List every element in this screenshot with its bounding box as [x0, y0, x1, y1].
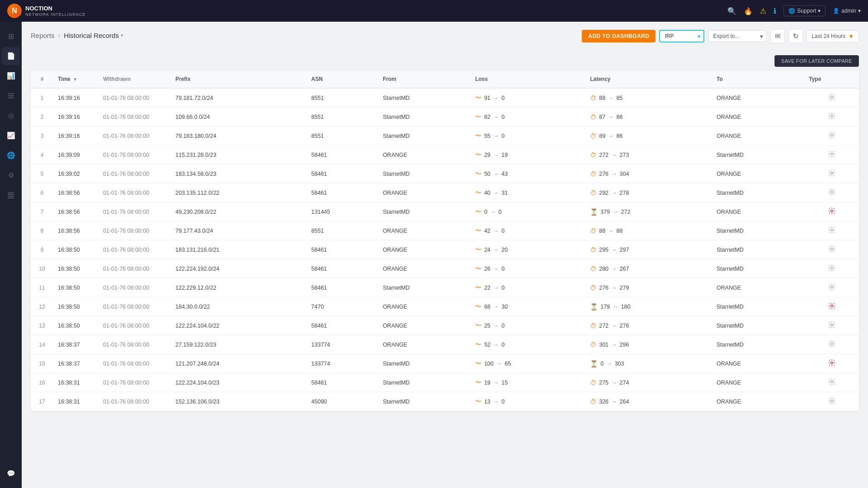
svg-point-22	[830, 381, 833, 383]
cell-loss: 〜 52 → 0	[471, 335, 585, 354]
latency-icon: ⏳	[590, 360, 598, 367]
loss-after: 0	[501, 285, 505, 291]
breadcrumb-reports[interactable]: Reports	[31, 32, 55, 39]
add-to-dashboard-button[interactable]: ADD TO DASHBOARD	[582, 30, 656, 42]
cell-from: ORANGE	[378, 335, 471, 354]
cell-to: ORANGE	[712, 354, 804, 373]
latency-after: 274	[620, 380, 629, 386]
cell-to: ORANGE	[712, 88, 804, 108]
irp-select[interactable]: IRP	[659, 30, 704, 42]
cell-type[interactable]	[804, 145, 859, 164]
cell-type[interactable]	[804, 88, 859, 108]
cell-type[interactable]	[804, 297, 859, 316]
cell-time: 16:38:56	[53, 202, 99, 221]
sidebar-item-analytics[interactable]: 📊	[2, 67, 20, 85]
cell-to: ORANGE	[712, 278, 804, 297]
sidebar-item-reports[interactable]: 📄	[2, 47, 20, 65]
col-header-time[interactable]: Time ▼	[53, 70, 99, 88]
latency-arrow: →	[608, 228, 614, 234]
cell-asn: 58461	[307, 183, 378, 202]
email-button[interactable]: ✉	[770, 29, 785, 43]
sidebar-item-globe[interactable]: 🌐	[2, 146, 20, 164]
latency-before: 295	[599, 247, 609, 253]
latency-after: 180	[621, 304, 631, 310]
export-select[interactable]: Export to...	[708, 30, 767, 42]
support-button[interactable]: 🌐 Support ▾	[783, 5, 826, 16]
cell-type[interactable]	[804, 259, 859, 278]
table-row: 9 16:38:50 01-01-76 08:00:00 183.131.216…	[31, 240, 859, 259]
cell-type[interactable]	[804, 278, 859, 297]
cell-type[interactable]	[804, 373, 859, 392]
cell-from: StarnetMD	[378, 127, 471, 145]
cell-prefix: 152.136.106.0/23	[171, 392, 307, 411]
latency-before: 87	[599, 114, 605, 120]
reports-icon: 📄	[7, 52, 15, 60]
cell-asn: 8551	[307, 108, 378, 127]
type-settings-icon	[828, 321, 836, 329]
type-settings-icon	[828, 397, 836, 405]
loss-after: 0	[501, 266, 505, 272]
cell-type[interactable]	[804, 183, 859, 202]
refresh-button[interactable]: ↻	[788, 29, 803, 43]
latency-icon: ⏳	[590, 303, 598, 310]
cell-withdrawn: 01-01-76 08:00:00	[99, 164, 171, 183]
time-filter[interactable]: Last 24 Hours ▼	[807, 30, 859, 42]
svg-point-10	[830, 153, 833, 155]
loss-before: 13	[484, 399, 491, 405]
fire-icon[interactable]: 🔥	[744, 7, 753, 15]
cell-withdrawn: 01-01-76 08:00:00	[99, 240, 171, 259]
warning-icon[interactable]: ⚠	[760, 7, 766, 15]
admin-menu[interactable]: 👤 admin ▾	[833, 8, 861, 14]
loss-after: 31	[501, 190, 508, 196]
cell-type[interactable]	[804, 240, 859, 259]
sidebar-item-performance[interactable]: 📈	[2, 127, 20, 145]
cell-asn: 133774	[307, 335, 378, 354]
latency-before: 88	[599, 228, 605, 234]
cell-asn: 133774	[307, 354, 378, 373]
svg-point-18	[830, 305, 833, 307]
cell-withdrawn: 01-01-76 08:00:00	[99, 183, 171, 202]
search-icon[interactable]: 🔍	[727, 7, 736, 15]
cell-type[interactable]	[804, 316, 859, 335]
latency-before: 272	[599, 152, 609, 158]
performance-icon: 📈	[7, 131, 15, 140]
cell-type[interactable]	[804, 108, 859, 127]
breadcrumb-chevron[interactable]: ▾	[121, 33, 123, 38]
cell-time: 16:39:16	[53, 127, 99, 145]
sidebar-item-ranking[interactable]	[2, 186, 20, 204]
cell-withdrawn: 01-01-76 08:00:00	[99, 354, 171, 373]
latency-after: 296	[620, 342, 629, 348]
cell-to: StarnetMD	[712, 259, 804, 278]
export-select-wrapper: Export to...	[708, 30, 767, 42]
cell-latency: ⏱ 88 → 88	[585, 221, 712, 240]
sidebar-item-dashboard[interactable]: ⊞	[2, 27, 20, 45]
cell-type[interactable]	[804, 202, 859, 221]
cell-prefix: 49.230.208.0/22	[171, 202, 307, 221]
cell-type[interactable]	[804, 335, 859, 354]
cell-latency: ⏱ 326 → 264	[585, 392, 712, 411]
svg-point-11	[830, 172, 833, 174]
info-icon[interactable]: ℹ	[774, 7, 776, 15]
cell-time: 16:38:37	[53, 335, 99, 354]
cell-type[interactable]	[804, 354, 859, 373]
sidebar-item-chat[interactable]: 💬	[2, 465, 20, 483]
save-compare-button[interactable]: SAVE FOR LATER COMPARE	[774, 55, 859, 67]
loss-before: 52	[484, 342, 491, 348]
ranking-icon	[7, 191, 15, 199]
cell-prefix: 122.224.104.0/23	[171, 373, 307, 392]
latency-icon: ⏱	[590, 398, 596, 405]
latency-after: 86	[617, 133, 623, 139]
sidebar-item-settings[interactable]: ⚙	[2, 166, 20, 184]
sidebar-item-routes[interactable]	[2, 87, 20, 105]
cell-type[interactable]	[804, 392, 859, 411]
type-settings-icon	[828, 131, 836, 139]
cell-type[interactable]	[804, 127, 859, 145]
cell-time: 16:38:50	[53, 316, 99, 335]
loss-before: 50	[484, 171, 491, 177]
cell-type[interactable]	[804, 164, 859, 183]
table-row: 12 16:38:50 01-01-76 08:00:00 184.30.0.0…	[31, 297, 859, 316]
latency-arrow: →	[611, 399, 617, 405]
cell-type[interactable]	[804, 221, 859, 240]
sidebar-item-monitoring[interactable]: ◎	[2, 107, 20, 125]
cell-num: 16	[31, 373, 53, 392]
